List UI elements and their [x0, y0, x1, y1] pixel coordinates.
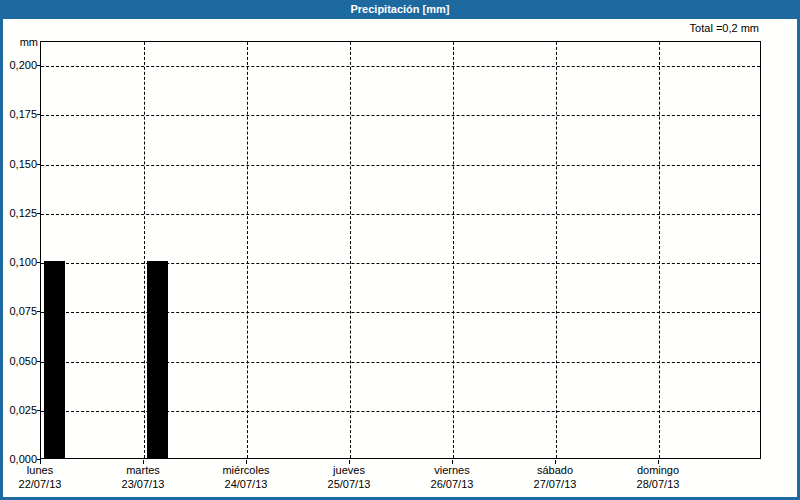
plot-area: [40, 41, 761, 459]
y-tick-mark: [37, 410, 41, 411]
x-day-date: 28/07/13: [603, 477, 713, 491]
x-category-label: domingo28/07/13: [603, 463, 713, 491]
x-day-date: 27/07/13: [500, 477, 610, 491]
y-tick-mark: [37, 213, 41, 214]
y-tick-mark: [37, 361, 41, 362]
x-category-label: martes23/07/13: [88, 463, 198, 491]
x-day-name: martes: [88, 463, 198, 477]
x-category-label: lunes22/07/13: [0, 463, 95, 491]
chart-title: Precipitación [mm]: [350, 3, 449, 15]
y-tick-label: 0,050: [3, 354, 37, 368]
horizontal-gridline: [41, 66, 760, 67]
vertical-gridline: [350, 42, 351, 458]
x-day-date: 24/07/13: [191, 477, 301, 491]
x-day-name: domingo: [603, 463, 713, 477]
x-day-name: jueves: [294, 463, 404, 477]
x-day-date: 25/07/13: [294, 477, 404, 491]
horizontal-gridline: [41, 165, 760, 166]
chart-window: Precipitación [mm] Total =0,2 mm mm 0,20…: [0, 0, 800, 500]
x-day-name: lunes: [0, 463, 95, 477]
y-tick-mark: [37, 311, 41, 312]
vertical-gridline: [556, 42, 557, 458]
horizontal-gridline: [41, 214, 760, 215]
x-day-name: viernes: [397, 463, 507, 477]
y-tick-label: 0,150: [3, 157, 37, 171]
vertical-gridline: [247, 42, 248, 458]
precipitation-bar: [44, 261, 65, 458]
x-day-name: miércoles: [191, 463, 301, 477]
x-category-label: miércoles24/07/13: [191, 463, 301, 491]
y-tick-mark: [37, 114, 41, 115]
y-tick-label: 0,175: [3, 107, 37, 121]
y-tick-label: 0,025: [3, 403, 37, 417]
vertical-gridline: [659, 42, 660, 458]
precipitation-bar: [147, 261, 168, 458]
x-day-date: 23/07/13: [88, 477, 198, 491]
vertical-gridline: [453, 42, 454, 458]
y-axis-unit-label: mm: [3, 36, 38, 48]
horizontal-gridline: [41, 115, 760, 116]
y-tick-mark: [37, 65, 41, 66]
y-tick-label: 0,100: [3, 255, 37, 269]
y-tick-mark: [37, 164, 41, 165]
chart-title-bar: Precipitación [mm]: [0, 0, 800, 19]
y-tick-label: 0,125: [3, 206, 37, 220]
x-category-label: jueves25/07/13: [294, 463, 404, 491]
vertical-gridline: [144, 42, 145, 458]
y-tick-mark: [37, 262, 41, 263]
x-day-date: 22/07/13: [0, 477, 95, 491]
total-value-label: Total =0,2 mm: [690, 22, 759, 34]
y-tick-label: 0,075: [3, 304, 37, 318]
chart-content: Total =0,2 mm mm 0,2000,1750,1500,1250,1…: [3, 19, 797, 497]
x-category-label: viernes26/07/13: [397, 463, 507, 491]
x-category-label: sábado27/07/13: [500, 463, 610, 491]
x-day-date: 26/07/13: [397, 477, 507, 491]
y-tick-label: 0,200: [3, 58, 37, 72]
x-day-name: sábado: [500, 463, 610, 477]
